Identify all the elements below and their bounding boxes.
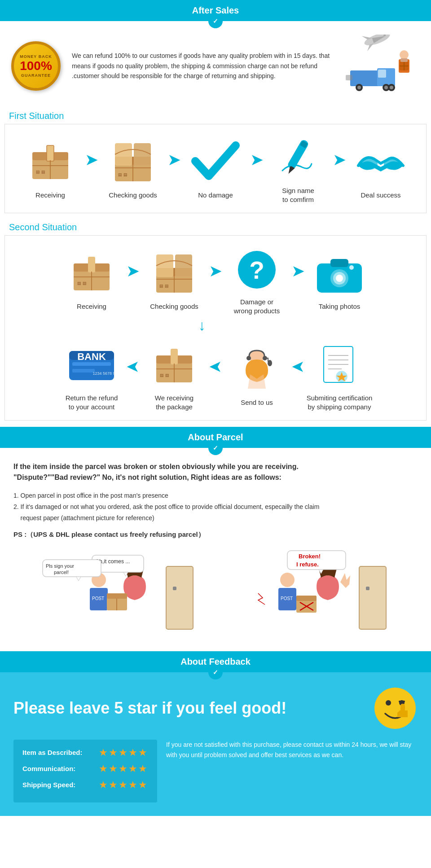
svg-point-14 bbox=[400, 50, 409, 59]
svg-rect-84 bbox=[166, 566, 193, 629]
arrow-4: ➤ bbox=[333, 150, 346, 169]
step-damage-label: Damage orwrong products bbox=[234, 298, 280, 315]
second-situation-title: Second Situation bbox=[0, 218, 431, 235]
svg-point-74 bbox=[246, 356, 251, 360]
svg-text:BANK: BANK bbox=[77, 351, 106, 362]
svg-rect-98 bbox=[107, 593, 127, 599]
step-dealsuccess: Deal success bbox=[347, 138, 414, 200]
rating-row-item: Item as Described: ★★★★★ bbox=[22, 747, 148, 758]
step-dealsuccess-label: Deal success bbox=[361, 191, 400, 200]
arrow-s2-3: ➤ bbox=[291, 262, 305, 281]
svg-text:?: ? bbox=[249, 256, 264, 284]
svg-rect-64 bbox=[72, 362, 111, 366]
svg-point-115 bbox=[386, 700, 391, 706]
svg-text:I refuse.: I refuse. bbox=[296, 561, 319, 568]
step-receiving-1-label: Receiving bbox=[35, 191, 65, 200]
svg-rect-111 bbox=[296, 596, 317, 601]
svg-rect-42 bbox=[88, 257, 95, 272]
step-receiving-1: ▤ ▤ Receiving bbox=[17, 138, 84, 200]
arrow-1: ➤ bbox=[85, 150, 98, 169]
rating-row-comm: Communication: ★★★★★ bbox=[22, 763, 148, 775]
arrow-3: ➤ bbox=[250, 150, 264, 169]
svg-rect-30 bbox=[115, 143, 132, 166]
parcel-scene-1: Oh,it comes ... POST Pls sign your parce… bbox=[34, 546, 204, 636]
step-nodamage: No damage bbox=[182, 138, 249, 200]
rating-label-comm: Communication: bbox=[22, 765, 94, 772]
svg-text:▤ ▤: ▤ ▤ bbox=[118, 172, 128, 177]
arrow-s2-r1: ➤ bbox=[126, 358, 140, 377]
rating-stars-item: ★★★★★ bbox=[99, 747, 148, 758]
shipping-illustration bbox=[341, 35, 422, 97]
svg-point-0 bbox=[363, 35, 391, 48]
rating-row-ship: Shipping Speed: ★★★★★ bbox=[22, 779, 148, 791]
refund-section: MONEY BACK 100% GUARANTEE We can refund … bbox=[0, 21, 431, 106]
step-nodamage-label: No damage bbox=[198, 191, 233, 200]
parcel-content: If the item inside the parcel was broken… bbox=[0, 448, 431, 645]
feedback-text: If you are not satisfied with this purch… bbox=[166, 740, 418, 802]
svg-marker-94 bbox=[76, 577, 81, 581]
step-certification: Submiting certificationby shipping compa… bbox=[306, 341, 373, 411]
svg-point-59 bbox=[336, 275, 343, 282]
svg-rect-31 bbox=[134, 143, 151, 166]
svg-point-107 bbox=[280, 573, 295, 587]
svg-rect-69 bbox=[171, 349, 178, 364]
second-row2: BANK 1234 5678 9123 Return the refundto … bbox=[9, 341, 422, 411]
arrow-s2-r3: ➤ bbox=[291, 358, 305, 377]
svg-point-60 bbox=[349, 265, 354, 270]
svg-rect-7 bbox=[378, 70, 386, 78]
svg-rect-20 bbox=[346, 75, 352, 80]
step-photos: Taking photos bbox=[306, 249, 373, 311]
step-return-refund-label: Return the refundto your account bbox=[66, 394, 118, 411]
first-situation-title: First Situation bbox=[0, 106, 431, 124]
svg-text:1234 5678 9123: 1234 5678 9123 bbox=[92, 371, 116, 376]
svg-rect-56 bbox=[330, 259, 348, 267]
second-row1: ▤ ▤ Receiving ➤ ▤ ▤ Checking goods bbox=[9, 245, 422, 315]
step-receiving-package-label: We receivingthe package bbox=[155, 394, 194, 411]
feedback-ratings: Item as Described: ★★★★★ Communication: … bbox=[13, 740, 157, 802]
svg-point-76 bbox=[268, 360, 272, 366]
svg-rect-23 bbox=[47, 145, 54, 161]
about-parcel-header: About Parcel ✓ bbox=[0, 427, 431, 448]
step-receiving-2: ▤ ▤ Receiving bbox=[58, 249, 125, 311]
step-signname-label: Sign nameto comfirm bbox=[282, 186, 314, 204]
svg-rect-48 bbox=[156, 254, 173, 277]
arrow-s2-r2: ➤ bbox=[209, 358, 222, 377]
step-checking-1-label: Checking goods bbox=[109, 191, 157, 200]
step-send-to-us: Send to us bbox=[223, 345, 290, 407]
step-return-refund: BANK 1234 5678 9123 Return the refundto … bbox=[58, 341, 125, 411]
svg-rect-19 bbox=[400, 58, 408, 62]
step-receiving-2-label: Receiving bbox=[77, 302, 106, 311]
svg-text:▤ ▤: ▤ ▤ bbox=[159, 284, 169, 288]
svg-rect-65 bbox=[72, 369, 95, 373]
svg-point-114 bbox=[374, 688, 416, 729]
step-signname: Sign nameto comfirm bbox=[264, 133, 332, 204]
about-parcel-chevron: ✓ bbox=[208, 441, 223, 455]
svg-text:POST: POST bbox=[92, 596, 104, 601]
arrow-s2-1: ➤ bbox=[126, 262, 140, 281]
parcel-list: 1. Open parcel in post office in the pos… bbox=[13, 490, 418, 524]
after-sales-chevron: ✓ bbox=[208, 14, 223, 28]
feedback-content: Please leave 5 star if you feel good! It… bbox=[0, 672, 431, 816]
arrow-2: ➤ bbox=[167, 150, 181, 169]
step-checking-2-label: Checking goods bbox=[150, 302, 198, 311]
svg-text:Broken!: Broken! bbox=[299, 553, 321, 560]
svg-text:▤ ▤: ▤ ▤ bbox=[77, 281, 87, 285]
about-feedback-header: About Feedback ✓ bbox=[0, 651, 431, 672]
second-situation-flow: ▤ ▤ Receiving ➤ ▤ ▤ Checking goods bbox=[4, 235, 427, 421]
emoji-thumbsup bbox=[373, 686, 418, 731]
step-damage: ? Damage orwrong products bbox=[223, 245, 290, 315]
svg-text:Pls sign your: Pls sign your bbox=[46, 563, 74, 569]
svg-rect-100 bbox=[359, 566, 386, 629]
feedback-headline: Please leave 5 star if you feel good! bbox=[13, 686, 418, 731]
money-back-badge: MONEY BACK 100% GUARANTEE bbox=[9, 39, 63, 93]
step-certification-label: Submiting certificationby shipping compa… bbox=[307, 394, 373, 411]
svg-text:parcel!: parcel! bbox=[54, 570, 69, 575]
rating-stars-comm: ★★★★★ bbox=[99, 763, 148, 775]
svg-point-11 bbox=[384, 86, 388, 89]
svg-rect-101 bbox=[366, 587, 369, 590]
svg-rect-85 bbox=[173, 587, 176, 590]
parcel-intro: If the item inside the parcel was broken… bbox=[13, 461, 418, 483]
rating-label-item: Item as Described: bbox=[22, 749, 94, 756]
first-situation-flow: ▤ ▤ Receiving ➤ ▤ ▤ Checking goods bbox=[4, 124, 427, 213]
svg-text:▤ ▤: ▤ ▤ bbox=[160, 373, 169, 377]
